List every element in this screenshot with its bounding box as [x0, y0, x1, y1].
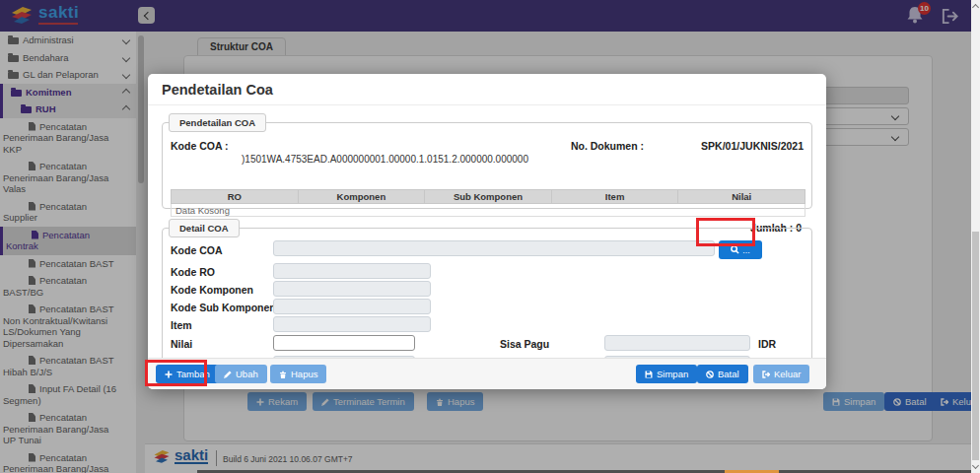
- kode-ro-input[interactable]: [273, 263, 431, 279]
- ubah-button[interactable]: Ubah: [215, 365, 267, 383]
- tambah-button[interactable]: Tambah: [156, 365, 219, 383]
- item-label: Item: [171, 319, 192, 331]
- exit-icon: [762, 371, 770, 378]
- kode-coa-value: )1501WA.4753EAD.A000000001.00000.1.0151.…: [242, 154, 528, 165]
- sisa-pagu-currency: IDR: [758, 338, 776, 350]
- col-ro: RO: [172, 190, 299, 204]
- window-scrollbar[interactable]: [971, 0, 980, 473]
- kode-komponen-input[interactable]: [273, 281, 431, 297]
- ban-icon: [706, 371, 714, 378]
- kode-sub-komponen-input[interactable]: [273, 299, 431, 314]
- scrollbar-thumb[interactable]: [972, 232, 979, 460]
- item-input[interactable]: [273, 316, 431, 332]
- kode-sub-komponen-label: Kode Sub Komponen: [171, 302, 276, 313]
- plus-icon: [165, 371, 173, 378]
- sisa-pagu-input[interactable]: [604, 335, 750, 351]
- no-dokumen-value: SPK/01/JUKNIS/2021: [701, 140, 804, 152]
- pendetailan-coa-modal: Pendetailan Coa Pendetailan COA Kode COA…: [148, 74, 826, 389]
- coa-detail-table: RO Komponen Sub Komponen Item Nilai Data…: [171, 189, 805, 217]
- batal-button[interactable]: Batal: [697, 365, 748, 383]
- col-item: Item: [551, 190, 678, 204]
- trash-icon: [279, 371, 287, 378]
- save-icon: [645, 371, 653, 378]
- section-legend: Detail COA: [169, 219, 240, 237]
- modal-footer: Tambah Ubah Hapus Simpan Batal Keluar: [148, 358, 826, 389]
- detail-coa-section: Detail COA Kode COA ... Kode RO Kode Kom…: [162, 219, 812, 365]
- kode-coa-input[interactable]: [273, 240, 715, 256]
- no-dokumen-label: No. Dokumen :: [571, 140, 644, 152]
- keluar-button[interactable]: Keluar: [753, 365, 809, 383]
- col-komponen: Komponen: [298, 190, 425, 204]
- kode-coa-search-button[interactable]: ...: [719, 240, 762, 259]
- section-legend: Pendetailan COA: [169, 113, 266, 132]
- pendetailan-coa-section: Pendetailan COA Kode COA : No. Dokumen :…: [162, 113, 812, 209]
- kode-coa-label: Kode COA: [171, 244, 223, 256]
- search-icon: [731, 245, 739, 254]
- kode-ro-label: Kode RO: [171, 266, 215, 278]
- sisa-pagu-label: Sisa Pagu: [500, 338, 549, 350]
- nilai-input[interactable]: [273, 335, 415, 351]
- nilai-label: Nilai: [171, 338, 192, 350]
- kode-komponen-label: Kode Komponen: [171, 284, 253, 296]
- empty-cell: Data Kosong: [172, 204, 805, 217]
- scroll-down-arrow[interactable]: [971, 462, 978, 469]
- col-nilai: Nilai: [678, 190, 805, 204]
- simpan-button[interactable]: Simpan: [636, 365, 697, 383]
- modal-title: Pendetailan Coa: [148, 74, 826, 105]
- table-row-empty: Data Kosong: [172, 204, 805, 217]
- pencil-icon: [224, 371, 232, 378]
- hapus-button[interactable]: Hapus: [270, 365, 326, 383]
- scroll-up-arrow[interactable]: [971, 4, 978, 11]
- kode-coa-header-label: Kode COA :: [171, 140, 229, 152]
- col-sub-komponen: Sub Komponen: [425, 190, 552, 204]
